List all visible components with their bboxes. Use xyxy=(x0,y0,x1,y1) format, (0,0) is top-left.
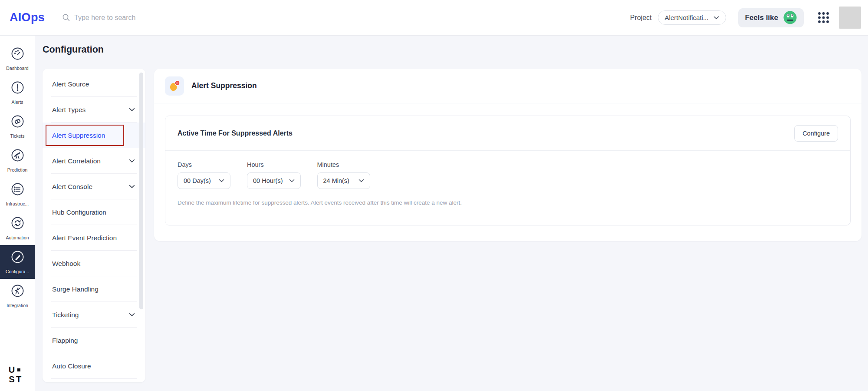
minutes-field: Minutes 24 Min(s) xyxy=(317,161,370,189)
minutes-label: Minutes xyxy=(317,161,370,168)
telescope-icon xyxy=(10,148,25,164)
menu-item-ticketing[interactable]: Ticketing xyxy=(43,302,145,328)
list-circle-icon xyxy=(10,182,25,198)
sidebar-item-label: Automation xyxy=(6,235,29,240)
chevron-down-icon xyxy=(713,16,719,20)
sidebar-item-tickets[interactable]: Tickets xyxy=(0,109,35,143)
sidebar-item-automation[interactable]: Automation xyxy=(0,211,35,245)
sidebar-item-alerts[interactable]: Alerts xyxy=(0,76,35,109)
chevron-down-icon xyxy=(219,179,224,182)
configure-button[interactable]: Configure xyxy=(794,125,838,142)
minutes-select-value: 24 Min(s) xyxy=(323,177,349,184)
chevron-down-icon xyxy=(289,179,295,182)
global-search xyxy=(62,13,305,22)
gauge-icon xyxy=(10,46,25,63)
minutes-select[interactable]: 24 Min(s) xyxy=(317,172,370,189)
days-select-value: 00 Day(s) xyxy=(184,177,211,184)
alert-circle-icon xyxy=(10,80,25,96)
days-select[interactable]: 00 Day(s) xyxy=(178,172,230,189)
search-icon xyxy=(62,13,70,22)
menu-item-hub-configuration[interactable]: Hub Configuration xyxy=(43,199,145,225)
configuration-menu: Alert Source Alert Types Alert Suppressi… xyxy=(43,69,145,382)
menu-item-flapping[interactable]: Flapping xyxy=(43,328,145,353)
alert-suppression-icon-tile xyxy=(165,76,184,96)
sidebar-item-label: Tickets xyxy=(10,133,25,139)
page-title: Configuration xyxy=(43,44,104,55)
sidebar-item-infrastructure[interactable]: Infrastruc... xyxy=(0,177,35,211)
menu-item-alert-suppression[interactable]: Alert Suppression xyxy=(43,123,145,148)
hours-select[interactable]: 00 Hour(s) xyxy=(247,172,301,189)
menu-item-label: Alert Source xyxy=(52,80,89,88)
menu-item-label: Alert Suppression xyxy=(52,132,105,139)
sidebar-item-label: Alerts xyxy=(12,99,23,105)
suppressed-bell-icon xyxy=(168,80,181,93)
sidebar-item-configuration[interactable]: Configura... xyxy=(0,245,35,279)
menu-item-alert-correlation[interactable]: Alert Correlation xyxy=(43,148,145,174)
active-time-card: Active Time For Suppressed Alerts Config… xyxy=(165,116,851,225)
ust-square-icon xyxy=(17,368,20,371)
sidebar-item-prediction[interactable]: Prediction xyxy=(0,143,35,177)
hours-field: Hours 00 Hour(s) xyxy=(247,161,301,189)
suppression-help-text: Define the maximum lifetime for suppress… xyxy=(165,189,850,206)
ust-letter-u: U xyxy=(9,365,15,375)
sync-icon xyxy=(10,216,25,232)
sidebar-item-dashboard[interactable]: Dashboard xyxy=(0,42,35,76)
sidebar-item-integration[interactable]: Integration xyxy=(0,279,35,313)
chevron-down-icon xyxy=(129,159,135,163)
days-field: Days 00 Day(s) xyxy=(178,161,230,189)
menu-item-alert-types[interactable]: Alert Types xyxy=(43,97,145,123)
days-label: Days xyxy=(178,161,230,168)
menu-item-alert-console[interactable]: Alert Console xyxy=(43,174,145,199)
sidebar-item-label: Prediction xyxy=(7,167,28,172)
chevron-down-icon xyxy=(358,179,364,182)
menu-item-label: Flapping xyxy=(52,337,78,345)
sidebar-item-label: Integration xyxy=(7,303,28,308)
active-time-card-header: Active Time For Suppressed Alerts Config… xyxy=(165,116,850,151)
chevron-down-icon xyxy=(129,185,135,189)
panel-title: Alert Suppression xyxy=(191,81,257,90)
chevron-down-icon xyxy=(129,313,135,317)
chevron-down-icon xyxy=(129,108,135,112)
sidebar-item-label: Dashboard xyxy=(6,66,28,71)
project-dropdown[interactable]: AlertNotificati... xyxy=(658,10,727,25)
hours-label: Hours xyxy=(247,161,301,168)
panel-header: Alert Suppression xyxy=(154,69,861,103)
duration-fields: Days 00 Day(s) Hours 00 Hour(s) xyxy=(165,151,850,189)
menu-item-alert-source[interactable]: Alert Source xyxy=(43,71,145,97)
project-label: Project xyxy=(630,14,652,22)
menu-item-label: Alert Event Prediction xyxy=(52,234,117,242)
menu-item-label: Surge Handling xyxy=(52,285,99,293)
hours-select-value: 00 Hour(s) xyxy=(253,177,283,184)
project-dropdown-value: AlertNotificati... xyxy=(665,14,709,21)
menu-item-auto-closure[interactable]: Auto Closure xyxy=(43,353,145,379)
ust-letter-t: T xyxy=(16,374,21,384)
menu-item-label: Alert Types xyxy=(52,106,85,114)
search-input[interactable] xyxy=(74,14,305,22)
user-avatar[interactable] xyxy=(839,7,861,29)
feels-like-label: Feels like xyxy=(745,13,778,22)
menu-item-label: Hub Configuration xyxy=(52,209,106,216)
menu-item-label: Alert Console xyxy=(52,183,92,191)
feels-like-button[interactable]: Feels like xyxy=(738,8,804,27)
menu-item-label: Webhook xyxy=(52,260,80,268)
menu-scrollbar-thumb[interactable] xyxy=(139,73,143,309)
apps-grid-icon[interactable] xyxy=(817,11,830,24)
topbar: AIOps Project AlertNotificati... Feels l… xyxy=(0,0,868,36)
satellite-icon xyxy=(10,284,25,300)
menu-item-alert-event-prediction[interactable]: Alert Event Prediction xyxy=(43,225,145,251)
ust-logo: U S T xyxy=(8,365,22,384)
menu-item-surge-handling[interactable]: Surge Handling xyxy=(43,276,145,302)
ticket-icon xyxy=(10,114,25,130)
ust-letter-s: S xyxy=(9,374,14,384)
primary-sidebar: Dashboard Alerts Tickets xyxy=(0,36,35,391)
menu-item-webhook[interactable]: Webhook xyxy=(43,251,145,276)
alert-suppression-panel: Alert Suppression Active Time For Suppre… xyxy=(154,69,861,241)
menu-item-label: Ticketing xyxy=(52,311,79,319)
app-logo[interactable]: AIOps xyxy=(10,11,45,24)
menu-item-label: Auto Closure xyxy=(52,362,91,370)
active-time-card-title: Active Time For Suppressed Alerts xyxy=(178,129,293,137)
menu-item-label: Alert Correlation xyxy=(52,157,101,165)
mood-emoji-icon xyxy=(783,10,797,25)
sidebar-item-label: Configura... xyxy=(6,269,29,274)
sidebar-item-label: Infrastruc... xyxy=(6,201,29,206)
